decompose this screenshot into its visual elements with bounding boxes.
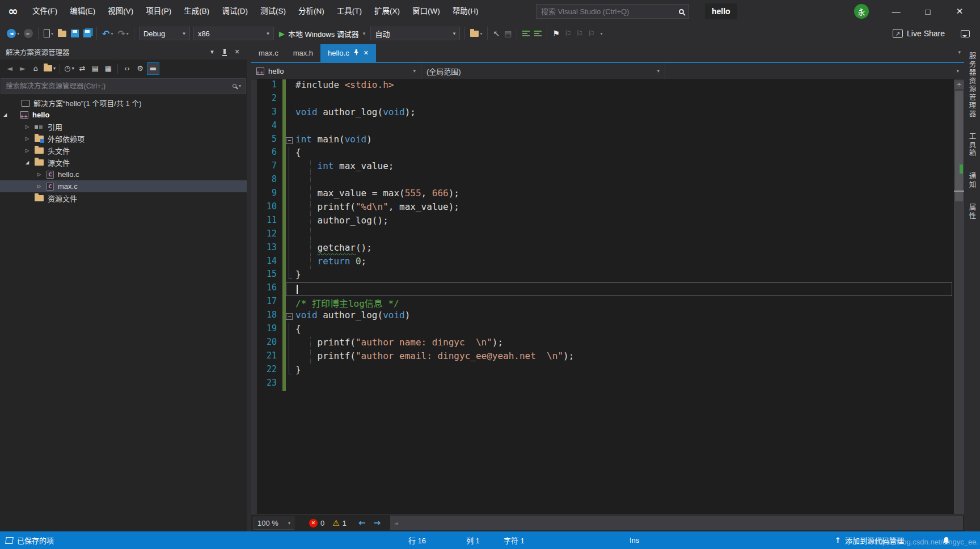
tab-max.h[interactable]: max.h (286, 44, 320, 62)
code-line-19[interactable]: 19{ (251, 323, 954, 337)
add-to-source-control-button[interactable]: ↑ 添加到源代码管理 ▴ (835, 531, 910, 549)
breakpoint-margin[interactable] (251, 310, 257, 323)
side-tab-通知[interactable]: 通知 (967, 172, 978, 189)
line-indicator[interactable]: 行 16 (408, 531, 426, 549)
view-code-icon[interactable]: ‹› (121, 62, 133, 75)
error-count[interactable]: 0 (320, 519, 324, 527)
switch-views-icon[interactable]: ▾ (43, 62, 57, 75)
breakpoint-margin[interactable] (251, 107, 257, 120)
breakpoint-margin[interactable] (251, 364, 257, 378)
start-debugging-button[interactable]: ▶ 本地 Windows 调试器▾ (276, 26, 369, 41)
pin-icon[interactable] (218, 48, 231, 56)
collapse-region-toggle[interactable]: − (286, 134, 295, 147)
expand-icon[interactable]: ▷ (37, 184, 47, 189)
navigate-back-button[interactable]: ◄▾ (5, 27, 22, 40)
pending-changes-filter-icon[interactable]: ◷▾ (63, 62, 75, 75)
breakpoint-margin[interactable] (251, 215, 257, 229)
code-line-8[interactable]: 8 (251, 174, 954, 188)
feedback-icon[interactable] (961, 30, 970, 37)
zoom-dropdown[interactable]: 100 %▾ (254, 517, 294, 530)
column-indicator[interactable]: 列 1 (466, 531, 480, 549)
close-icon[interactable]: ✕ (364, 49, 369, 57)
collapse-icon[interactable]: ◢ (3, 112, 12, 117)
pin-icon[interactable] (354, 49, 359, 57)
menu-item-4[interactable]: 项目(P) (140, 0, 178, 23)
tree-item-folder[interactable]: ▷头文件 (0, 145, 247, 157)
menu-item-12[interactable]: 帮助(H) (446, 0, 485, 23)
decrease-indent-button[interactable] (520, 27, 532, 40)
new-project-button[interactable]: ▾ (41, 27, 56, 40)
redo-button[interactable]: ↷▾ (115, 27, 130, 40)
code-line-23[interactable]: 23 (251, 378, 954, 391)
code-line-1[interactable]: 1#include <stdio.h> (251, 79, 954, 93)
open-file-button[interactable] (56, 27, 69, 40)
collapse-all-icon[interactable]: ▤ (89, 62, 102, 75)
undo-button[interactable]: ↶▾ (100, 27, 115, 40)
expand-icon[interactable]: ▷ (37, 172, 47, 177)
menu-item-5[interactable]: 生成(B) (178, 0, 216, 23)
solution-search-box[interactable]: ▾ (1, 78, 246, 94)
watch-mode-dropdown[interactable]: 自动▾ (370, 27, 460, 40)
type-scope-dropdown[interactable]: (全局范围)▾ (421, 63, 665, 79)
clear-bookmarks-button[interactable]: ⚐ (585, 27, 597, 40)
character-indicator[interactable]: 字符 1 (504, 531, 525, 549)
warning-count[interactable]: 1 (343, 519, 347, 527)
tree-item-folder[interactable]: ◢源文件 (0, 157, 247, 168)
tree-item-c-file[interactable]: ▷Cmax.c (0, 180, 247, 192)
home-icon[interactable]: ⌂ (29, 62, 42, 75)
code-line-21[interactable]: 21 printf("author email: dingyc_ee@yeah.… (251, 350, 954, 364)
navigate-forward-icon[interactable]: → (370, 518, 385, 528)
code-line-9[interactable]: 9 max_value = max(555, 666); (251, 188, 954, 201)
window-menu-icon[interactable]: ▾ (206, 48, 218, 56)
breakpoint-margin[interactable] (251, 161, 257, 174)
close-panel-icon[interactable]: ✕ (231, 48, 243, 56)
member-dropdown[interactable]: ▾ (665, 63, 964, 79)
code-line-7[interactable]: 7 int max_value; (251, 161, 954, 174)
tab-hello.c[interactable]: hello.c✕ (320, 44, 376, 62)
code-line-2[interactable]: 2 (251, 93, 954, 107)
solution-platform-dropdown[interactable]: x86▾ (193, 27, 274, 40)
breakpoint-margin[interactable] (251, 323, 257, 337)
side-tab-属性[interactable]: 属性 (967, 204, 978, 220)
breakpoint-margin[interactable] (251, 269, 257, 282)
tab-overflow-icon[interactable]: ▾ (958, 49, 961, 55)
notification-bell-icon[interactable] (943, 531, 950, 549)
close-button[interactable]: ✕ (946, 0, 973, 23)
breakpoint-margin[interactable] (251, 120, 257, 134)
breakpoint-margin[interactable] (251, 174, 257, 188)
insert-mode-indicator[interactable]: Ins (630, 531, 639, 549)
code-line-17[interactable]: 17/* 打印博主log信息 */ (251, 296, 954, 310)
quick-search-box[interactable] (536, 4, 689, 19)
code-line-13[interactable]: 13 getchar(); (251, 242, 954, 256)
expand-icon[interactable]: ▷ (26, 136, 35, 141)
code-surface[interactable]: 1#include <stdio.h>23void author_log(voi… (251, 79, 954, 514)
menu-item-7[interactable]: 测试(S) (254, 0, 292, 23)
horizontal-scrollbar[interactable]: ◄ (390, 516, 963, 530)
menu-item-9[interactable]: 工具(T) (331, 0, 368, 23)
tree-item-folder[interactable]: 资源文件 (0, 192, 247, 204)
code-line-14[interactable]: 14 return 0; (251, 256, 954, 269)
next-bookmark-button[interactable]: ⚐ (573, 27, 585, 40)
code-line-4[interactable]: 4 (251, 120, 954, 134)
breakpoint-margin[interactable] (251, 134, 257, 147)
solution-search-input[interactable] (6, 82, 233, 90)
maximize-button[interactable]: □ (914, 0, 941, 23)
project-scope-dropdown[interactable]: hello▾ (251, 63, 421, 79)
code-line-18[interactable]: 18−void author_log(void) (251, 310, 954, 323)
code-line-12[interactable]: 12 (251, 229, 954, 242)
properties-icon[interactable]: ⚙ (134, 62, 146, 75)
tree-item-project[interactable]: ◢hello (0, 109, 247, 121)
attach-to-process-button[interactable]: ▾ (468, 27, 484, 40)
menu-item-2[interactable]: 编辑(E) (64, 0, 102, 23)
collapse-icon[interactable]: ◢ (26, 160, 35, 165)
code-line-20[interactable]: 20 printf("author name: dingyc \n"); (251, 337, 954, 350)
preview-selected-items-icon[interactable]: ▬ (147, 62, 159, 75)
breakpoint-margin[interactable] (251, 79, 257, 93)
menu-item-10[interactable]: 扩展(X) (368, 0, 406, 23)
menu-item-3[interactable]: 视图(V) (102, 0, 140, 23)
expand-icon[interactable]: ▷ (26, 148, 35, 153)
breakpoint-margin[interactable] (251, 147, 257, 161)
collapse-box-icon[interactable]: − (286, 137, 293, 144)
breakpoint-margin[interactable] (251, 188, 257, 201)
code-line-15[interactable]: 15} (251, 269, 954, 282)
